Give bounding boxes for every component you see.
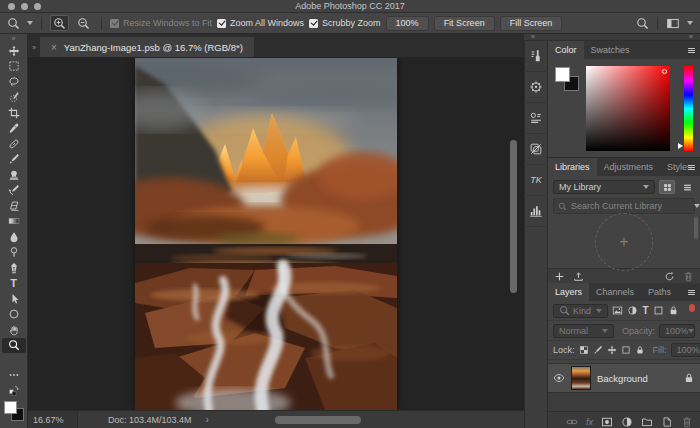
collapsed-panel-clone-source[interactable] — [524, 134, 548, 165]
tool-path-selection[interactable] — [2, 291, 26, 307]
canvas[interactable] — [28, 58, 524, 410]
color-picker-marker[interactable] — [662, 69, 667, 74]
tool-lasso[interactable] — [2, 74, 26, 90]
tool-eraser[interactable] — [2, 198, 26, 214]
filter-adjustment-layers-button[interactable] — [627, 305, 638, 316]
panel-menu-icon[interactable] — [687, 46, 696, 55]
lock-transparency-button[interactable] — [579, 345, 589, 355]
delete-library-item-button[interactable] — [683, 271, 694, 282]
sync-library-button[interactable] — [664, 271, 675, 282]
fill-screen-button[interactable]: Fill Screen — [500, 16, 563, 31]
maximize-window-button[interactable] — [34, 3, 41, 10]
layer-thumbnail[interactable] — [571, 366, 591, 390]
tool-hand[interactable] — [2, 322, 26, 338]
lock-position-button[interactable] — [607, 345, 617, 355]
saturation-brightness-field[interactable] — [586, 66, 670, 151]
library-drop-zone[interactable]: + — [595, 213, 653, 271]
lock-all-button[interactable] — [635, 345, 645, 355]
status-popup-chevron[interactable]: › — [206, 414, 209, 425]
default-swap-colors-control[interactable] — [2, 383, 26, 399]
tool-move[interactable] — [2, 43, 26, 59]
zoom-in-button[interactable] — [50, 15, 69, 31]
add-content-button[interactable] — [554, 271, 565, 282]
tool-pen[interactable] — [2, 260, 26, 276]
tools-expand-chevron[interactable]: » — [0, 34, 27, 43]
lock-pixels-button[interactable] — [593, 345, 603, 355]
foreground-background-swatches[interactable] — [2, 400, 26, 424]
color-fg-bg-swatches[interactable] — [555, 67, 581, 93]
resize-windows-to-fit-checkbox[interactable]: Resize Windows to Fit — [110, 18, 212, 28]
panel-menu-icon[interactable] — [687, 163, 696, 172]
tool-zoom[interactable] — [2, 338, 26, 354]
tool-clone-stamp[interactable] — [2, 167, 26, 183]
close-window-button[interactable] — [8, 3, 15, 10]
zoom-level-field[interactable]: 16.67% — [28, 411, 78, 428]
foreground-color-swatch[interactable] — [4, 401, 17, 414]
collapsed-panel-brush[interactable] — [524, 41, 548, 72]
collapsed-panel-info[interactable] — [524, 103, 548, 134]
tool-spot-healing-brush[interactable] — [2, 136, 26, 152]
layer-visibility-toggle[interactable] — [553, 372, 565, 384]
delete-layer-button[interactable] — [681, 416, 693, 428]
tool-history-brush[interactable] — [2, 183, 26, 199]
vertical-scrollbar[interactable] — [510, 140, 517, 293]
new-group-button[interactable] — [641, 416, 653, 428]
zoom-percent-field[interactable]: 100% — [386, 16, 429, 31]
zoom-out-button[interactable] — [74, 15, 93, 31]
upload-library-button[interactable] — [573, 271, 584, 282]
tool-crop[interactable] — [2, 105, 26, 121]
grid-view-button[interactable] — [659, 180, 675, 194]
filter-kind-select[interactable]: Kind — [553, 304, 608, 318]
document-tab[interactable]: × YanZhang-Image1.psb @ 16.7% (RGB/8*) — [40, 37, 254, 57]
tab-color[interactable]: Color — [548, 41, 584, 59]
opacity-field[interactable]: 100% — [659, 324, 695, 338]
list-view-button[interactable] — [679, 180, 695, 194]
fit-screen-button[interactable]: Fit Screen — [434, 16, 495, 31]
tool-rectangular-marquee[interactable] — [2, 59, 26, 75]
edit-toolbar-button[interactable] — [2, 367, 26, 383]
canvas-photo[interactable] — [135, 58, 397, 410]
chevron-down-icon[interactable] — [687, 21, 693, 25]
hue-slider[interactable] — [684, 66, 693, 151]
tab-channels[interactable]: Channels — [589, 283, 641, 301]
tool-blur[interactable] — [2, 229, 26, 245]
search-icon[interactable] — [636, 17, 649, 30]
collapsed-panel-histogram[interactable] — [524, 196, 548, 227]
fill-field[interactable]: 100% — [671, 343, 700, 357]
library-search-box[interactable] — [553, 198, 695, 214]
tool-gradient[interactable] — [2, 214, 26, 230]
link-layers-button[interactable] — [566, 416, 578, 428]
expand-panels-chevron[interactable]: » — [689, 34, 693, 40]
zoom-all-windows-checkbox[interactable]: Zoom All Windows — [217, 18, 304, 28]
lock-artboard-button[interactable] — [621, 345, 631, 355]
minimize-window-button[interactable] — [21, 3, 28, 10]
collapsed-panel-tk[interactable]: TK — [524, 165, 548, 196]
tool-eyedropper[interactable] — [2, 121, 26, 137]
tool-dodge[interactable] — [2, 245, 26, 261]
layer-filter-toggle[interactable] — [689, 304, 695, 312]
tool-ellipse-shape[interactable] — [2, 307, 26, 323]
close-icon[interactable]: × — [51, 42, 57, 53]
collapsed-panel-wheel[interactable] — [524, 72, 548, 103]
filter-smart-objects-button[interactable] — [668, 305, 679, 316]
horizontal-scrollbar[interactable] — [275, 416, 361, 424]
tab-paths[interactable]: Paths — [641, 283, 678, 301]
add-adjustment-layer-button[interactable] — [621, 416, 633, 428]
tab-libraries[interactable]: Libraries — [548, 158, 597, 176]
tool-brush[interactable] — [2, 152, 26, 168]
tab-adjustments[interactable]: Adjustments — [597, 158, 661, 176]
library-scrollbar[interactable] — [694, 217, 698, 239]
add-layer-mask-button[interactable] — [601, 416, 613, 428]
panel-menu-icon[interactable] — [687, 288, 696, 297]
tab-swatches[interactable]: Swatches — [584, 41, 637, 59]
filter-shape-layers-button[interactable] — [653, 305, 664, 316]
collapse-panels-chevron[interactable]: « — [531, 34, 535, 40]
tool-quick-selection[interactable] — [2, 90, 26, 106]
zoom-tool-preset-icon[interactable] — [7, 17, 20, 30]
layer-style-button[interactable]: fx — [586, 417, 593, 427]
scrubby-zoom-checkbox[interactable]: Scrubby Zoom — [309, 18, 381, 28]
tab-layers[interactable]: Layers — [548, 283, 589, 301]
tool-horizontal-type[interactable]: T — [2, 276, 26, 292]
workspace-switcher-icon[interactable] — [666, 17, 680, 30]
new-layer-button[interactable] — [661, 416, 673, 428]
